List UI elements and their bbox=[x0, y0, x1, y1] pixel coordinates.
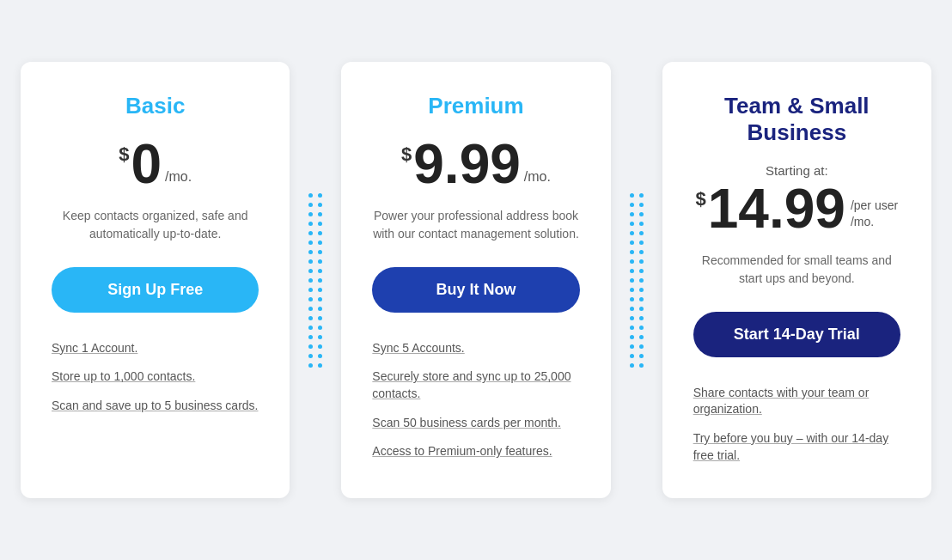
feature-premium-3: Access to Premium-only features. bbox=[372, 443, 579, 460]
price-amount-premium: 9.99 bbox=[413, 137, 521, 192]
pricing-card-premium: Premium $ 9.99 /mo. Power your professio… bbox=[341, 62, 610, 498]
pricing-card-team: Team & Small Business Starting at: $ 14.… bbox=[662, 62, 931, 498]
price-period-premium: /mo. bbox=[524, 169, 551, 185]
features-list-team: Share contacts with your team or organiz… bbox=[693, 385, 900, 464]
plan-description-team: Recommended for small teams and start up… bbox=[693, 252, 900, 288]
price-period-basic: /mo. bbox=[165, 169, 192, 185]
feature-basic-0: Sync 1 Account. bbox=[52, 340, 259, 357]
dots-separator-1 bbox=[290, 62, 341, 498]
start-trial-button[interactable]: Start 14-Day Trial bbox=[693, 312, 900, 357]
price-amount-basic: 0 bbox=[131, 137, 162, 192]
starting-at-label: Starting at: bbox=[693, 163, 900, 178]
plan-name-team: Team & Small Business bbox=[693, 93, 900, 146]
price-amount-team: 14.99 bbox=[708, 181, 845, 236]
dots-separator-2 bbox=[611, 62, 662, 498]
feature-team-1: Try before you buy – with our 14-day fre… bbox=[693, 430, 900, 464]
price-section-basic: $ 0 /mo. bbox=[52, 137, 259, 192]
plan-name-basic: Basic bbox=[52, 93, 259, 119]
price-section-premium: $ 9.99 /mo. bbox=[372, 137, 579, 192]
pricing-card-basic: Basic $ 0 /mo. Keep contacts organized, … bbox=[21, 62, 290, 498]
plan-description-premium: Power your professional address book wit… bbox=[372, 207, 579, 243]
features-list-premium: Sync 5 Accounts. Securely store and sync… bbox=[372, 340, 579, 464]
feature-basic-2: Scan and save up to 5 business cards. bbox=[52, 398, 259, 415]
price-section-team: $ 14.99 /per user /mo. bbox=[693, 181, 900, 236]
per-user-line2: /mo. bbox=[851, 214, 898, 229]
per-user-line1: /per user bbox=[851, 198, 898, 213]
pricing-container: Basic $ 0 /mo. Keep contacts organized, … bbox=[21, 62, 931, 498]
currency-premium: $ bbox=[401, 143, 412, 166]
price-per-user: /per user /mo. bbox=[851, 198, 898, 228]
feature-premium-0: Sync 5 Accounts. bbox=[372, 340, 579, 357]
feature-team-0: Share contacts with your team or organiz… bbox=[693, 385, 900, 418]
features-list-basic: Sync 1 Account. Store up to 1,000 contac… bbox=[52, 340, 259, 464]
plan-description-basic: Keep contacts organized, safe and automa… bbox=[52, 207, 259, 243]
feature-premium-2: Scan 50 business cards per month. bbox=[372, 415, 579, 432]
buy-now-button[interactable]: Buy It Now bbox=[372, 267, 579, 313]
plan-name-premium: Premium bbox=[372, 93, 579, 119]
currency-team: $ bbox=[695, 188, 705, 210]
feature-premium-1: Securely store and sync up to 25,000 con… bbox=[372, 368, 579, 402]
signup-free-button[interactable]: Sign Up Free bbox=[52, 267, 259, 313]
feature-basic-1: Store up to 1,000 contacts. bbox=[52, 368, 259, 386]
currency-basic: $ bbox=[119, 143, 129, 166]
